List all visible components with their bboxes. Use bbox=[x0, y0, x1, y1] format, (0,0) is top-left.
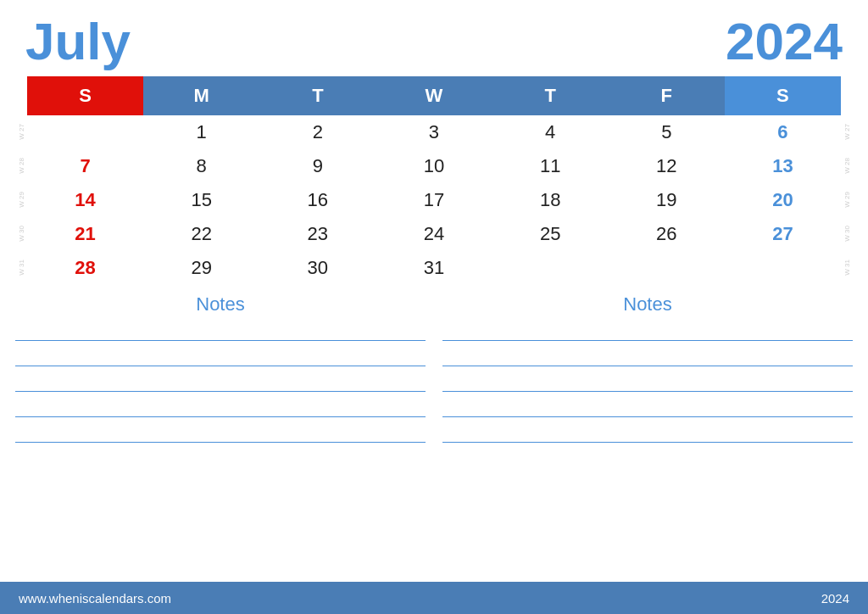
notes-panel-right: Notes bbox=[442, 293, 853, 582]
date-cell: 3 bbox=[376, 115, 492, 149]
date-cell: 30 bbox=[259, 251, 376, 285]
footer-year: 2024 bbox=[821, 591, 849, 606]
date-cell: 21 bbox=[27, 217, 143, 251]
day-header-sun: S bbox=[27, 76, 143, 115]
day-header-mon: M bbox=[143, 76, 259, 115]
week-label-right: W 28 bbox=[841, 149, 853, 183]
notes-line bbox=[15, 402, 426, 417]
notes-lines-right bbox=[442, 326, 853, 582]
date-cell: 13 bbox=[725, 149, 841, 183]
date-cell: 2 bbox=[259, 115, 376, 149]
date-cell: 22 bbox=[143, 217, 259, 251]
footer-website: www.wheniscalendars.com bbox=[19, 591, 171, 606]
notes-panel-left: Notes bbox=[15, 293, 426, 582]
week-label-right: W 29 bbox=[841, 183, 853, 217]
date-cell bbox=[725, 251, 841, 285]
date-cell: 8 bbox=[143, 149, 259, 183]
week-label-right: W 31 bbox=[841, 251, 853, 285]
week-label-left: W 28 bbox=[15, 149, 27, 183]
date-cell: 4 bbox=[492, 115, 609, 149]
date-cell: 27 bbox=[725, 217, 841, 251]
day-header-wed: W bbox=[376, 76, 492, 115]
calendar-wrapper: S M T W T F S W 27123456W 27W 2878910111… bbox=[0, 76, 868, 285]
week-label-right: W 30 bbox=[841, 217, 853, 251]
date-cell: 24 bbox=[376, 217, 492, 251]
week-label-left: W 27 bbox=[15, 115, 27, 149]
notes-line bbox=[442, 402, 853, 417]
date-cell: 6 bbox=[725, 115, 841, 149]
date-cell: 18 bbox=[492, 183, 609, 217]
date-cell: 10 bbox=[376, 149, 492, 183]
date-cell: 17 bbox=[376, 183, 492, 217]
month-title: July bbox=[25, 15, 131, 68]
notes-section: Notes Notes bbox=[0, 285, 868, 582]
date-cell: 26 bbox=[609, 217, 725, 251]
date-cell bbox=[27, 115, 143, 149]
date-cell: 16 bbox=[259, 183, 376, 217]
date-cell: 5 bbox=[609, 115, 725, 149]
notes-line bbox=[442, 326, 853, 341]
day-header-fri: F bbox=[609, 76, 725, 115]
notes-line bbox=[442, 427, 853, 443]
date-cell: 20 bbox=[725, 183, 841, 217]
notes-line bbox=[442, 351, 853, 366]
date-cell: 28 bbox=[27, 251, 143, 285]
notes-title-right: Notes bbox=[442, 293, 853, 315]
date-cell: 1 bbox=[143, 115, 259, 149]
notes-line bbox=[442, 377, 853, 392]
year-title: 2024 bbox=[726, 15, 843, 68]
date-cell: 14 bbox=[27, 183, 143, 217]
date-cell: 9 bbox=[259, 149, 376, 183]
footer: www.wheniscalendars.com 2024 bbox=[0, 582, 868, 614]
week-label-left: W 29 bbox=[15, 183, 27, 217]
day-header-sat: S bbox=[725, 76, 841, 115]
notes-line bbox=[15, 351, 426, 366]
day-header-thu: T bbox=[492, 76, 609, 115]
date-cell bbox=[609, 251, 725, 285]
week-label-left: W 31 bbox=[15, 251, 27, 285]
date-cell: 7 bbox=[27, 149, 143, 183]
date-cell: 25 bbox=[492, 217, 609, 251]
week-label-left: W 30 bbox=[15, 217, 27, 251]
calendar-page: July 2024 S M T W T F S W 27123456W bbox=[0, 0, 868, 614]
notes-line bbox=[15, 326, 426, 341]
date-cell: 19 bbox=[609, 183, 725, 217]
date-cell: 11 bbox=[492, 149, 609, 183]
notes-line bbox=[15, 377, 426, 392]
day-header-tue: T bbox=[259, 76, 376, 115]
notes-line bbox=[15, 427, 426, 443]
notes-lines-left bbox=[15, 326, 426, 582]
date-cell: 15 bbox=[143, 183, 259, 217]
header: July 2024 bbox=[0, 0, 868, 76]
date-cell bbox=[492, 251, 609, 285]
notes-title-left: Notes bbox=[15, 293, 426, 315]
date-cell: 23 bbox=[259, 217, 376, 251]
calendar-table: S M T W T F S W 27123456W 27W 2878910111… bbox=[15, 76, 853, 285]
date-cell: 12 bbox=[609, 149, 725, 183]
week-label-right: W 27 bbox=[841, 115, 853, 149]
date-cell: 31 bbox=[376, 251, 492, 285]
date-cell: 29 bbox=[143, 251, 259, 285]
